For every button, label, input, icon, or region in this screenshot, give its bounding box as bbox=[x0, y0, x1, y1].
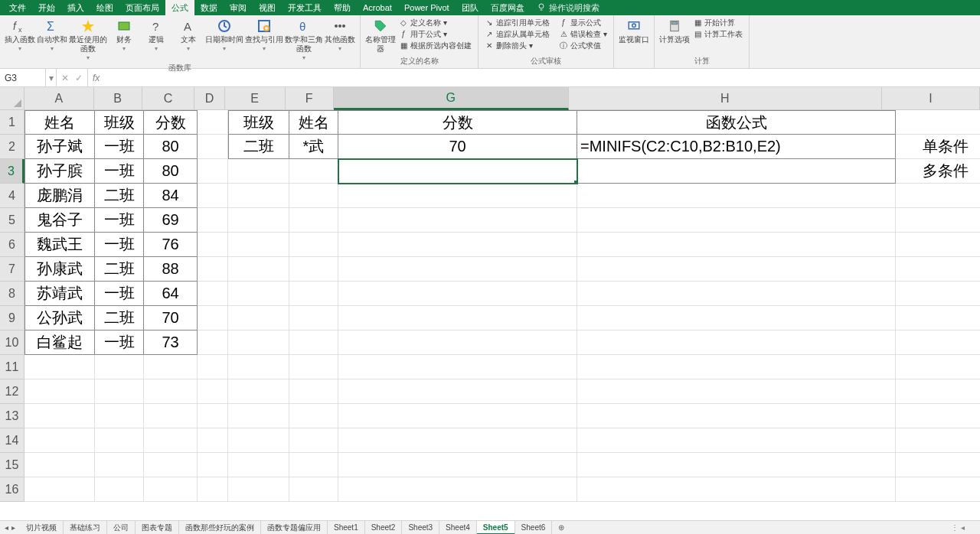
cell-F2[interactable]: *武 bbox=[289, 135, 338, 159]
cell-A12[interactable] bbox=[24, 379, 95, 404]
cell-E9[interactable] bbox=[228, 306, 289, 330]
cell-B1[interactable]: 班级 bbox=[95, 110, 144, 135]
menu-team[interactable]: 团队 bbox=[456, 0, 485, 15]
cell-B9[interactable]: 二班 bbox=[95, 306, 144, 330]
cell-F3[interactable] bbox=[289, 159, 338, 184]
cell-C9[interactable]: 70 bbox=[144, 306, 198, 330]
menu-formulas[interactable]: 公式 bbox=[165, 0, 194, 15]
cell-G16[interactable] bbox=[338, 477, 577, 502]
cell-B16[interactable] bbox=[95, 477, 144, 502]
col-header-I[interactable]: I bbox=[882, 87, 980, 110]
cell-B11[interactable] bbox=[95, 355, 144, 379]
row-header-13[interactable]: 13 bbox=[0, 404, 24, 428]
menu-file[interactable]: 文件 bbox=[3, 0, 32, 15]
sheet-tab-11[interactable]: Sheet6 bbox=[515, 521, 553, 535]
cell-E12[interactable] bbox=[228, 379, 289, 404]
sheet-tab-8[interactable]: Sheet3 bbox=[402, 521, 439, 535]
cell-D7[interactable] bbox=[198, 257, 228, 282]
remove-arrows-button[interactable]: ✕删除箭头 ▾ bbox=[483, 40, 551, 51]
cell-A7[interactable]: 孙康武 bbox=[24, 257, 95, 282]
cell-H11[interactable] bbox=[577, 355, 896, 379]
cell-E15[interactable] bbox=[228, 453, 289, 477]
cell-I6[interactable] bbox=[896, 233, 980, 257]
row-header-14[interactable]: 14 bbox=[0, 428, 24, 453]
cell-D9[interactable] bbox=[198, 306, 228, 330]
calculate-sheet-button[interactable]: ▤计算工作表 bbox=[691, 28, 744, 40]
menu-layout[interactable]: 页面布局 bbox=[119, 0, 165, 15]
cell-F14[interactable] bbox=[289, 428, 338, 453]
cell-A5[interactable]: 鬼谷子 bbox=[24, 208, 95, 233]
row-header-3[interactable]: 3 bbox=[0, 159, 24, 184]
cell-G12[interactable] bbox=[338, 379, 577, 404]
cell-B5[interactable]: 一班 bbox=[95, 208, 144, 233]
cell-I16[interactable] bbox=[896, 477, 980, 502]
cell-F13[interactable] bbox=[289, 404, 338, 428]
show-formulas-button[interactable]: ƒ显示公式 bbox=[557, 17, 609, 28]
cell-D15[interactable] bbox=[198, 453, 228, 477]
menu-insert[interactable]: 插入 bbox=[61, 0, 90, 15]
menu-acrobat[interactable]: Acrobat bbox=[357, 0, 398, 15]
calculate-now-button[interactable]: ▦开始计算 bbox=[691, 17, 744, 28]
menu-help[interactable]: 帮助 bbox=[328, 0, 357, 15]
cell-G11[interactable] bbox=[338, 355, 577, 379]
cell-A14[interactable] bbox=[24, 428, 95, 453]
fnlib-btn-9[interactable]: 其他函数▾ bbox=[325, 17, 355, 54]
cell-H5[interactable] bbox=[577, 208, 896, 233]
cell-D8[interactable] bbox=[198, 282, 228, 306]
cell-F7[interactable] bbox=[289, 257, 338, 282]
cell-H3[interactable] bbox=[577, 159, 896, 184]
col-header-E[interactable]: E bbox=[225, 87, 286, 110]
cell-C5[interactable]: 69 bbox=[144, 208, 198, 233]
cell-I15[interactable] bbox=[896, 453, 980, 477]
cell-H12[interactable] bbox=[577, 379, 896, 404]
row-header-2[interactable]: 2 bbox=[0, 135, 24, 159]
cell-C4[interactable]: 84 bbox=[144, 184, 198, 208]
use-in-formula-button[interactable]: ƒ用于公式 ▾ bbox=[397, 28, 473, 40]
cell-H8[interactable] bbox=[577, 282, 896, 306]
cell-H9[interactable] bbox=[577, 306, 896, 330]
cell-C3[interactable]: 80 bbox=[144, 159, 198, 184]
cell-F15[interactable] bbox=[289, 453, 338, 477]
cell-I11[interactable] bbox=[896, 355, 980, 379]
cell-E8[interactable] bbox=[228, 282, 289, 306]
cell-E16[interactable] bbox=[228, 477, 289, 502]
cell-B4[interactable]: 二班 bbox=[95, 184, 144, 208]
cell-I3[interactable]: 多条件 bbox=[896, 159, 980, 184]
sheet-tab-3[interactable]: 图表专题 bbox=[136, 521, 179, 535]
define-name-button[interactable]: ◇定义名称 ▾ bbox=[397, 17, 473, 28]
nav-prev-icon[interactable]: ◂ bbox=[5, 523, 8, 532]
cell-A3[interactable]: 孙子膑 bbox=[24, 159, 95, 184]
tell-me-search[interactable]: 操作说明搜索 bbox=[537, 2, 599, 14]
cell-C7[interactable]: 88 bbox=[144, 257, 198, 282]
cell-D11[interactable] bbox=[198, 355, 228, 379]
cell-D6[interactable] bbox=[198, 233, 228, 257]
cell-I4[interactable] bbox=[896, 184, 980, 208]
row-header-11[interactable]: 11 bbox=[0, 355, 24, 379]
cell-B8[interactable]: 一班 bbox=[95, 282, 144, 306]
create-from-selection-button[interactable]: ▦根据所选内容创建 bbox=[397, 40, 473, 51]
cell-D14[interactable] bbox=[198, 428, 228, 453]
cell-G6[interactable] bbox=[338, 233, 577, 257]
cell-G13[interactable] bbox=[338, 404, 577, 428]
cell-H2[interactable]: =MINIFS(C2:C10,B2:B10,E2) bbox=[577, 135, 896, 159]
trace-precedents-button[interactable]: ↘追踪引用单元格 bbox=[483, 17, 551, 28]
watch-window-button[interactable]: 监视窗口 bbox=[619, 17, 649, 44]
sheet-tab-10[interactable]: Sheet5 bbox=[477, 521, 515, 535]
cell-E1[interactable]: 班级 bbox=[228, 110, 289, 135]
col-header-D[interactable]: D bbox=[194, 87, 224, 110]
cell-G7[interactable] bbox=[338, 257, 577, 282]
row-header-4[interactable]: 4 bbox=[0, 184, 24, 208]
cell-G8[interactable] bbox=[338, 282, 577, 306]
cell-B14[interactable] bbox=[95, 428, 144, 453]
menu-review[interactable]: 审阅 bbox=[224, 0, 253, 15]
error-check-button[interactable]: ⚠错误检查 ▾ bbox=[557, 28, 609, 40]
cell-H6[interactable] bbox=[577, 233, 896, 257]
cell-A2[interactable]: 孙子斌 bbox=[24, 135, 95, 159]
row-header-1[interactable]: 1 bbox=[0, 110, 24, 135]
cell-F5[interactable] bbox=[289, 208, 338, 233]
cell-H7[interactable] bbox=[577, 257, 896, 282]
cell-I13[interactable] bbox=[896, 404, 980, 428]
cell-G14[interactable] bbox=[338, 428, 577, 453]
cell-G3[interactable] bbox=[338, 159, 577, 184]
cell-I12[interactable] bbox=[896, 379, 980, 404]
